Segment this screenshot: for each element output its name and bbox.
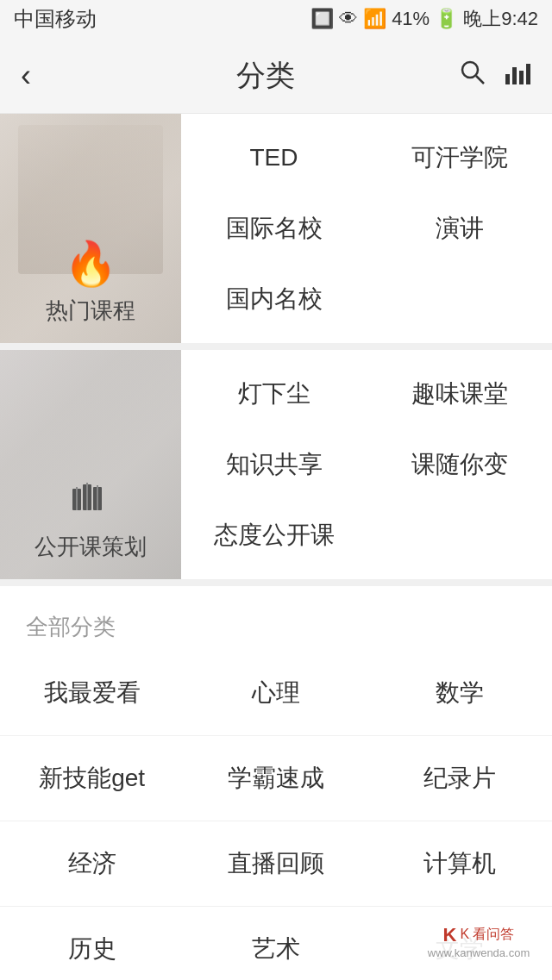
page-title: 分类 bbox=[236, 56, 295, 96]
category-item-attitude[interactable]: 态度公开课 bbox=[181, 500, 367, 571]
svg-rect-11 bbox=[97, 485, 98, 510]
hot-right-panel: TED 可汗学院 国际名校 演讲 国内名校 bbox=[181, 114, 552, 343]
category-item-flexible-class[interactable]: 课随你变 bbox=[367, 429, 552, 500]
grid-item-7[interactable]: 直播回顾 bbox=[184, 821, 367, 907]
status-right: 🔲 👁 📶 41% 🔋 晚上9:42 bbox=[310, 6, 538, 32]
hot-label: 热门课程 bbox=[46, 296, 135, 326]
svg-rect-3 bbox=[512, 67, 517, 84]
watermark: K K 看问答 www.kanwenda.com bbox=[423, 920, 535, 963]
category-item-fun-class[interactable]: 趣味课堂 bbox=[367, 359, 552, 429]
plan-section: 公开课策划 灯下尘 趣味课堂 知识共享 课随你变 态度公开课 bbox=[0, 350, 552, 586]
main-content: 🔥 热门课程 TED 可汗学院 国际名校 演讲 国内名校 bbox=[0, 114, 552, 980]
time-label: 晚上9:42 bbox=[463, 6, 538, 32]
category-item-khan[interactable]: 可汗学院 bbox=[367, 122, 552, 193]
svg-rect-10 bbox=[86, 483, 88, 510]
hot-icon: 🔥 bbox=[64, 239, 117, 289]
grid-item-0[interactable]: 我最爱看 bbox=[0, 651, 184, 736]
wifi-icon: 📶 bbox=[363, 8, 386, 30]
plan-label: 公开课策划 bbox=[34, 532, 147, 562]
battery-icon: 🔋 bbox=[435, 8, 458, 30]
search-icon[interactable] bbox=[459, 59, 486, 93]
grid-item-1[interactable]: 心理 bbox=[184, 651, 367, 736]
category-item-domestic-uni[interactable]: 国内名校 bbox=[181, 264, 367, 334]
grid-item-2[interactable]: 数学 bbox=[368, 651, 552, 736]
category-item-speech[interactable]: 演讲 bbox=[367, 193, 552, 264]
grid-item-10[interactable]: 艺术 bbox=[184, 907, 367, 980]
category-item-dengxiachen[interactable]: 灯下尘 bbox=[181, 359, 367, 429]
sim-icon: 🔲 bbox=[310, 8, 334, 30]
grid-item-4[interactable]: 学霸速成 bbox=[184, 736, 367, 821]
grid-item-8[interactable]: 计算机 bbox=[368, 821, 552, 907]
nav-actions bbox=[459, 59, 531, 93]
plan-panel: 公开课策划 bbox=[0, 350, 181, 579]
back-button[interactable]: ‹ bbox=[21, 58, 72, 94]
watermark-logo: K bbox=[442, 924, 456, 946]
grid-item-3[interactable]: 新技能get bbox=[0, 736, 184, 821]
grid-item-9[interactable]: 历史 bbox=[0, 907, 184, 980]
eye-icon: 👁 bbox=[339, 8, 358, 30]
category-item-plan-empty bbox=[367, 500, 552, 571]
battery-label: 41% bbox=[392, 8, 430, 30]
nav-bar: ‹ 分类 bbox=[0, 38, 552, 114]
carrier-label: 中国移动 bbox=[14, 5, 97, 33]
grid-item-5[interactable]: 纪录片 bbox=[368, 736, 552, 821]
svg-line-1 bbox=[476, 76, 484, 84]
svg-point-0 bbox=[462, 62, 478, 78]
status-bar: 中国移动 🔲 👁 📶 41% 🔋 晚上9:42 bbox=[0, 0, 552, 38]
books-icon bbox=[69, 471, 112, 525]
category-item-intl-uni[interactable]: 国际名校 bbox=[181, 193, 367, 264]
hot-courses-panel: 🔥 热门课程 bbox=[0, 114, 181, 343]
chart-icon[interactable] bbox=[504, 59, 531, 93]
svg-rect-9 bbox=[76, 487, 78, 510]
plan-right-panel: 灯下尘 趣味课堂 知识共享 课随你变 态度公开课 bbox=[181, 350, 552, 579]
watermark-text: K 看问答 bbox=[460, 926, 514, 944]
grid-item-6[interactable]: 经济 bbox=[0, 821, 184, 907]
category-item-knowledge-share[interactable]: 知识共享 bbox=[181, 429, 367, 500]
category-item-hot-empty bbox=[367, 264, 552, 334]
svg-rect-5 bbox=[526, 64, 530, 84]
svg-rect-4 bbox=[519, 71, 524, 84]
svg-rect-2 bbox=[505, 74, 510, 84]
all-categories-title: 全部分类 bbox=[0, 595, 552, 651]
hot-courses-section: 🔥 热门课程 TED 可汗学院 国际名校 演讲 国内名校 bbox=[0, 114, 552, 350]
watermark-url: www.kanwenda.com bbox=[428, 946, 530, 959]
category-item-ted[interactable]: TED bbox=[181, 122, 367, 193]
